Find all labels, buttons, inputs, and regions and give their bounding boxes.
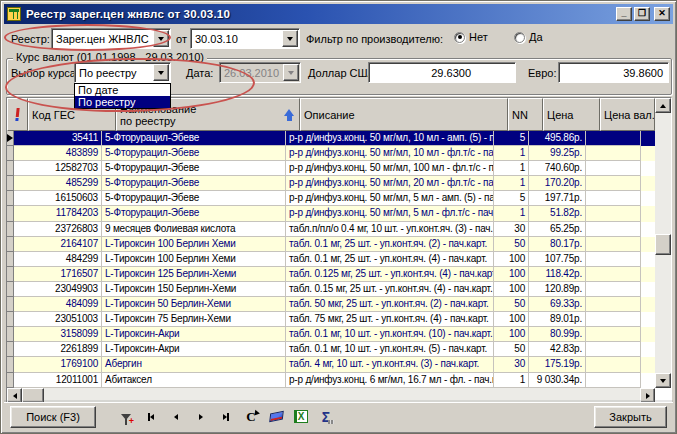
cell-description: табл. 0.1 мг, 10 шт. - уп.конт.яч. (10) … xyxy=(286,327,494,342)
close-button[interactable]: ✕ xyxy=(654,7,670,21)
row-indicator xyxy=(7,267,14,282)
clear-icon[interactable] xyxy=(268,409,284,425)
table-row[interactable]: 23726803 9 месяцев Фолиевая кислота табл… xyxy=(7,222,671,237)
registry-date-combobox[interactable]: 30.03.10 xyxy=(190,28,300,49)
close-button-label: Закрыть xyxy=(609,411,651,423)
table-row[interactable]: 2261899 L-Тироксин-Акри табл. 0.1 мг, 10… xyxy=(7,342,671,357)
course-combobox[interactable]: По реестру xyxy=(74,62,171,83)
table-row[interactable]: 1716507 L-Тироксин 125 Берлин-Хеми табл.… xyxy=(7,267,671,282)
table-row[interactable]: 11784203 5-Фторурацил-Эбеве р-р д/инфуз.… xyxy=(7,206,671,221)
row-indicator xyxy=(7,327,14,342)
horizontal-scrollbar[interactable] xyxy=(7,388,655,403)
filter-yes-radio[interactable]: Да xyxy=(514,31,543,43)
next-record-icon[interactable] xyxy=(193,409,209,425)
cell-description: р-р д/инфуз.конц. 50 мг/мл, 10 мл - амп.… xyxy=(286,131,494,146)
table-row[interactable]: 1769100 Абергин табл. 4 мг, 10 шт. - уп.… xyxy=(7,357,671,372)
cell-price: 89.01р. xyxy=(529,312,586,327)
usd-input[interactable]: 29.6300 xyxy=(368,62,516,83)
dropdown-item[interactable]: По дате xyxy=(75,84,170,96)
marker-column-header[interactable] xyxy=(7,98,28,131)
scroll-right-button[interactable] xyxy=(640,388,655,403)
filter-add-icon[interactable]: + xyxy=(118,409,134,425)
table-row[interactable]: 484299 L-Тироксин 100 Берлин Хеми табл. … xyxy=(7,252,671,267)
cell-nn: 5 xyxy=(494,131,529,146)
search-button[interactable]: Поиск (F3) xyxy=(10,406,96,428)
cell-nn: 100 xyxy=(494,327,529,342)
table-row[interactable]: 484099 L-Тироксин 50 Берлин-Хеми табл. 5… xyxy=(7,297,671,312)
cell-price: 197.71р. xyxy=(529,191,586,206)
table-row[interactable]: 16150603 5-Фторурацил-Эбеве р-р д/инфуз.… xyxy=(7,191,671,206)
minimize-button[interactable]: _ xyxy=(616,7,632,21)
table-row[interactable]: 12582703 5-Фторурацил-Эбеве р-р д/инфуз.… xyxy=(7,161,671,176)
arrow-down-icon xyxy=(660,379,666,383)
table-row[interactable]: 3158099 L-Тироксин-Акри табл. 0.1 мг, 10… xyxy=(7,327,671,342)
table-row[interactable]: 485299 5-Фторурацил-Эбеве р-р д/инфуз.ко… xyxy=(7,176,671,191)
prior-record-icon[interactable] xyxy=(168,409,184,425)
euro-input[interactable]: 39.8600 xyxy=(558,62,669,83)
date-combobox-value: 26.03.2010 xyxy=(220,67,283,79)
description-column-header[interactable]: Описание xyxy=(300,98,508,131)
cell-price-cur xyxy=(586,373,641,388)
cell-price: 65.25р. xyxy=(529,222,586,237)
registry-combobox[interactable]: Зарег.цен ЖНВЛС xyxy=(51,28,171,49)
cell-nn: 100 xyxy=(494,282,529,297)
dropdown-item[interactable]: По реестру xyxy=(75,96,170,108)
cell-name: Абитаксел xyxy=(102,373,286,388)
maximize-button[interactable]: ❐ xyxy=(634,7,650,21)
scroll-up-button[interactable] xyxy=(655,98,671,113)
cell-price-cur xyxy=(586,282,641,297)
scroll-left-button[interactable] xyxy=(7,388,22,403)
cell-price: 42.83р. xyxy=(529,342,586,357)
from-label: от xyxy=(176,33,187,45)
nn-column-header[interactable]: NN xyxy=(508,98,543,131)
row-indicator xyxy=(7,357,14,372)
price-cur-column-header[interactable]: Цена вал. xyxy=(600,98,655,131)
refresh-icon[interactable]: C xyxy=(243,409,259,425)
cell-code: 35411 xyxy=(14,131,102,146)
table-row[interactable]: 23049903 L-Тироксин 150 Берлин-Хеми табл… xyxy=(7,282,671,297)
table-row[interactable]: 12011001 Абитаксел р-р д/инфуз.конц. 6 м… xyxy=(7,373,671,388)
horizontal-scroll-thumb[interactable] xyxy=(22,388,44,403)
app-window: Реестр зарег.цен жнвлс от 30.03.10 _ ❐ ✕… xyxy=(0,0,677,434)
cell-name: 5-Фторурацил-Эбеве xyxy=(102,206,286,221)
cell-price-cur xyxy=(586,342,641,357)
row-indicator xyxy=(7,342,14,357)
cell-price: 107.75р. xyxy=(529,252,586,267)
first-record-icon[interactable] xyxy=(143,409,159,425)
table-row[interactable]: 35411 5-Фторурацил-Эбеве р-р д/инфуз.кон… xyxy=(7,131,671,146)
cell-code: 23049903 xyxy=(14,282,102,297)
window-title: Реестр зарег.цен жнвлс от 30.03.10 xyxy=(26,8,616,20)
course-combobox-dropdown-button[interactable] xyxy=(153,64,169,81)
close-form-button[interactable]: Закрыть xyxy=(594,406,667,428)
registry-date-value: 30.03.10 xyxy=(191,33,282,45)
cell-name: Абергин xyxy=(102,357,286,372)
filter-no-label: Нет xyxy=(469,31,488,43)
table-row[interactable]: 23051003 L-Тироксин 75 Берлин-Хеми табл.… xyxy=(7,312,671,327)
cell-price: 170.20р. xyxy=(529,176,586,191)
cell-price: 69.33р. xyxy=(529,297,586,312)
last-record-icon[interactable] xyxy=(218,409,234,425)
registry-combobox-dropdown-button[interactable] xyxy=(153,30,169,47)
cell-name: 5-Фторурацил-Эбеве xyxy=(102,146,286,161)
vertical-scroll-thumb[interactable] xyxy=(655,234,671,255)
course-combobox-value: По реестру xyxy=(75,67,153,79)
chevron-down-icon xyxy=(158,71,164,75)
date-combobox: 26.03.2010 xyxy=(219,62,301,83)
table-row[interactable]: 483899 5-Фторурацил-Эбеве р-р д/инфуз.ко… xyxy=(7,146,671,161)
scroll-down-button[interactable] xyxy=(655,373,671,388)
cell-nn: 1 xyxy=(494,176,529,191)
filter-no-radio[interactable]: Нет xyxy=(454,31,488,43)
vertical-scrollbar[interactable] xyxy=(655,98,671,388)
table-row[interactable]: 2164107 L-Тироксин 100 Берлин Хеми табл.… xyxy=(7,237,671,252)
registry-date-dropdown-button[interactable] xyxy=(282,30,298,47)
cell-code: 23051003 xyxy=(14,312,102,327)
sum-icon[interactable]: Σ xyxy=(318,409,334,425)
excel-export-icon[interactable]: X xyxy=(293,409,309,425)
euro-label: Евро: xyxy=(528,67,556,79)
app-icon xyxy=(7,7,21,21)
cell-price-cur xyxy=(586,222,641,237)
cell-price: 80.99р. xyxy=(529,327,586,342)
cell-description: табл. 75 мкг, 25 шт. - уп.конт.яч. (4) -… xyxy=(286,312,494,327)
price-column-header[interactable]: Цена xyxy=(543,98,600,131)
chevron-down-icon xyxy=(288,71,294,75)
